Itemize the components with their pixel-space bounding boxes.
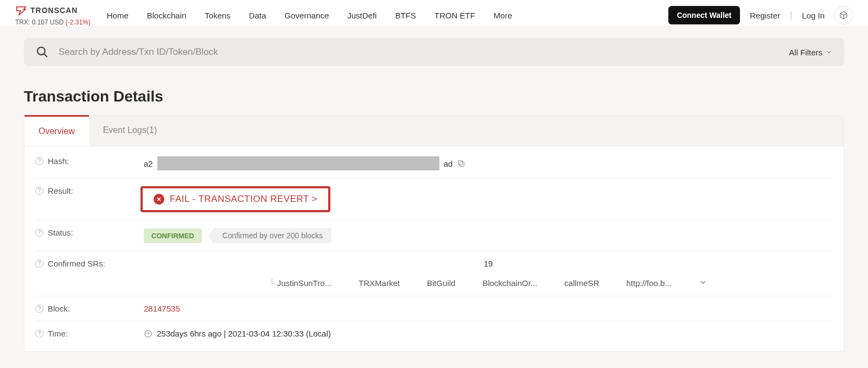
help-icon[interactable]: ? [35, 229, 43, 237]
tab-row: Overview Event Logs(1) [24, 116, 844, 147]
sr-item[interactable]: TRXMarket [359, 278, 400, 288]
nav-tron-etf[interactable]: TRON ETF [435, 8, 475, 23]
label-hash: Hash: [48, 156, 69, 166]
row-result: ? Result: FAIL - TRANSACTION REVERT > [35, 179, 833, 220]
tab-overview[interactable]: Overview [24, 115, 89, 146]
help-icon[interactable]: ? [35, 329, 43, 338]
time-text: 253days 6hrs ago | 2021-03-04 12:30:33 (… [157, 329, 331, 338]
price-change: (-2.31%) [66, 18, 91, 26]
nav-tokens[interactable]: Tokens [205, 8, 231, 23]
sr-item[interactable]: http://foo.b... [627, 278, 672, 288]
main-nav: Home Blockchain Tokens Data Governance J… [107, 8, 668, 23]
sr-item[interactable]: JustinSunTro... [277, 278, 331, 288]
sr-list: └JustinSunTro... TRXMarket BitGuild Bloc… [269, 278, 707, 288]
chevron-down-icon [826, 49, 832, 55]
label-result: Result: [48, 186, 73, 195]
auth-separator: | [790, 10, 792, 20]
details-panel: Overview Event Logs(1) ? Hash: a2 ad [24, 115, 844, 352]
result-text: FAIL - TRANSACTION REVERT > [170, 194, 317, 205]
label-time: Time: [48, 329, 68, 338]
apps-button[interactable] [834, 6, 853, 24]
status-note: Confirmed by over 200 blocks [214, 228, 331, 243]
price-currency: USD [50, 18, 63, 26]
hash-redacted [157, 156, 439, 170]
sr-item[interactable]: BlockchainOr... [482, 278, 537, 288]
help-icon[interactable]: ? [35, 259, 43, 268]
sr-item[interactable]: callmeSR [564, 278, 599, 288]
hash-suffix: ad [444, 159, 453, 168]
label-block: Block: [48, 304, 70, 313]
svg-point-0 [37, 47, 45, 55]
nav-data[interactable]: Data [249, 8, 266, 23]
label-confirmed-srs: Confirmed SRs: [48, 259, 105, 268]
chevron-down-icon [699, 278, 707, 287]
nav-governance[interactable]: Governance [285, 8, 329, 23]
help-icon[interactable]: ? [35, 187, 43, 195]
row-time: ? Time: 253days 6hrs ago | 2021-03-04 12… [35, 321, 833, 346]
page-content: All Filters Transaction Details Overview… [0, 26, 868, 368]
page-title: Transaction Details [24, 88, 844, 105]
connect-wallet-button[interactable]: Connect Wallet [668, 6, 741, 24]
row-confirmed-srs: ? Confirmed SRs: 19 └JustinSunTro... TRX… [35, 251, 833, 296]
price-symbol: TRX: [15, 18, 30, 26]
help-icon[interactable]: ? [35, 304, 43, 313]
tronscan-logo-icon [15, 4, 27, 16]
clock-icon [144, 329, 152, 338]
search-bar: All Filters [24, 38, 844, 66]
row-status: ? Status: CONFIRMED Confirmed by over 20… [35, 220, 833, 251]
svg-rect-3 [458, 161, 463, 165]
svg-rect-2 [460, 162, 464, 166]
brand-name: TRONSCAN [30, 6, 78, 15]
filter-label: All Filters [789, 48, 822, 57]
nav-justdefi[interactable]: JustDefi [347, 8, 376, 23]
logo[interactable]: TRONSCAN [15, 4, 91, 16]
trx-price: TRX: 0.107 USD (-2.31%) [15, 18, 91, 26]
login-link[interactable]: Log In [802, 11, 825, 20]
svg-line-1 [44, 54, 47, 57]
top-header: TRONSCAN TRX: 0.107 USD (-2.31%) Home Bl… [0, 0, 868, 26]
block-link[interactable]: 28147535 [144, 304, 180, 313]
tab-event-logs[interactable]: Event Logs(1) [89, 116, 171, 146]
tree-icon: └ [269, 278, 275, 288]
search-input[interactable] [59, 47, 778, 58]
sr-item[interactable]: BitGuild [427, 278, 456, 288]
status-badge: CONFIRMED [144, 229, 202, 243]
row-hash: ? Hash: a2 ad [35, 149, 833, 179]
result-fail-box[interactable]: FAIL - TRANSACTION REVERT > [141, 186, 330, 212]
header-actions: Connect Wallet Register | Log In [668, 6, 853, 24]
nav-btfs[interactable]: BTFS [395, 8, 416, 23]
price-value: 0.107 [32, 18, 48, 26]
label-status: Status: [48, 228, 73, 237]
help-icon[interactable]: ? [35, 157, 43, 165]
search-filter-toggle[interactable]: All Filters [778, 48, 832, 57]
register-link[interactable]: Register [750, 11, 780, 20]
copy-icon[interactable] [457, 159, 465, 168]
cube-icon [839, 11, 848, 20]
row-block: ? Block: 28147535 [35, 296, 833, 321]
nav-more[interactable]: More [494, 8, 512, 23]
fail-icon [154, 194, 164, 205]
nav-home[interactable]: Home [107, 8, 129, 23]
logo-block: TRONSCAN TRX: 0.107 USD (-2.31%) [15, 4, 91, 26]
nav-blockchain[interactable]: Blockchain [147, 8, 187, 23]
hash-prefix: a2 [144, 159, 153, 168]
overview-body: ? Hash: a2 ad ? Result: [24, 147, 844, 351]
search-icon [36, 46, 49, 59]
sr-expand-button[interactable] [699, 278, 707, 288]
sr-count: 19 [484, 259, 493, 268]
